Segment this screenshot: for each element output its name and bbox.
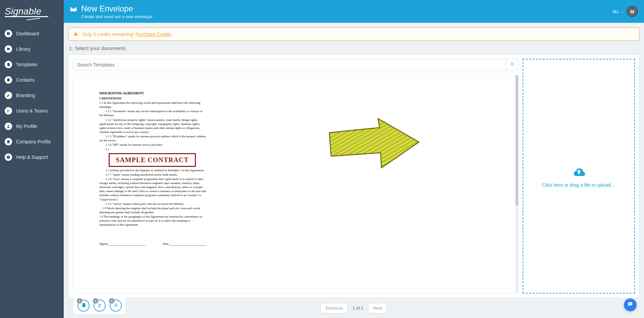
date-label: Date: [163, 242, 169, 245]
document-preview[interactable]: WEB HOSTING AGREEMENT 1 DEFINITIONS 1.1 …: [73, 75, 519, 293]
svg-point-10: [100, 304, 101, 305]
step-2[interactable]: 2: [94, 300, 106, 312]
svg-point-2: [8, 125, 9, 126]
brand-logo[interactable]: Signable: [0, 0, 64, 23]
sidebar-item-branding[interactable]: Branding: [0, 88, 64, 103]
nav-label: Contacts: [16, 77, 35, 83]
users-icon: [97, 303, 102, 309]
svg-point-9: [98, 304, 100, 305]
users-icon: [5, 107, 12, 115]
doc-heading: WEB HOSTING AGREEMENT: [99, 91, 206, 96]
doc-text: 1.1: [99, 147, 206, 151]
signed-label: Signed: [99, 242, 108, 245]
cloud-upload-icon: [572, 165, 586, 179]
sidebar-item-company-profile[interactable]: Company Profile: [0, 134, 64, 149]
pager: Previous 1 of 1 Next: [321, 303, 387, 313]
sidebar-nav: Dashboard Library Templates Contacts Bra…: [0, 23, 64, 168]
svg-point-5: [511, 63, 513, 65]
avatar[interactable]: M: [627, 6, 638, 17]
search-icon: [510, 62, 515, 67]
chat-fab[interactable]: [624, 299, 637, 311]
step-indicator: 1 2 3: [73, 298, 126, 315]
doc-text: 1.4 The headings of the paragraphs of th…: [99, 215, 206, 227]
svg-point-11: [629, 304, 630, 304]
chevron-down-icon: ⌄: [621, 10, 624, 13]
pencil-icon: [5, 92, 12, 99]
building-icon: [5, 138, 12, 145]
addressbook-icon: [5, 76, 12, 84]
user-initials: MJ: [613, 9, 619, 14]
svg-line-6: [513, 65, 514, 66]
step-3[interactable]: 3: [110, 300, 122, 312]
gauge-icon: [5, 30, 12, 37]
sidebar-item-help-support[interactable]: ? Help & Support: [0, 149, 64, 165]
page-title: New Envelope: [81, 4, 153, 13]
file-icon: [5, 61, 12, 68]
doc-text: 1.1 In this Agreement the following word…: [99, 101, 206, 109]
sidebar-item-users-teams[interactable]: Users & Teams: [0, 103, 64, 119]
svg-point-1: [9, 110, 10, 111]
nav-label: Help & Support: [16, 154, 48, 160]
doc-text: 1.1.3 "IP address" stands for internet p…: [99, 134, 206, 142]
document-icon: [81, 303, 86, 309]
user-icon: [5, 123, 12, 130]
sample-stamp: SAMPLE CONTRACT: [109, 153, 196, 167]
doc-text: 1.1.9 "visitor" means a third party who …: [99, 202, 206, 206]
step-1[interactable]: 1: [77, 300, 90, 312]
doc-section: 1 DEFINITIONS: [99, 96, 206, 100]
doc-text: 1.3 Words denoting the singular shall in…: [99, 206, 206, 214]
svg-point-12: [630, 304, 631, 304]
envelope-icon: [70, 5, 77, 14]
svg-point-13: [631, 304, 631, 304]
upload-dropzone[interactable]: Click here or drag a file to upload…: [523, 59, 635, 293]
sidebar-item-contacts[interactable]: Contacts: [0, 72, 64, 88]
doc-text: 1.1.8 "virus" means a computer programme…: [99, 177, 206, 201]
sidebar: Signable Dashboard Library Templates Con…: [0, 0, 64, 318]
doc-text: 1.1.7 "spam" means sending unsolicited a…: [99, 173, 206, 177]
sidebar-item-dashboard[interactable]: Dashboard: [0, 26, 64, 41]
purchase-credits-link[interactable]: Purchase Credits: [136, 32, 171, 37]
chat-icon: [627, 301, 633, 309]
sidebar-item-templates[interactable]: Templates: [0, 57, 64, 72]
nav-label: Templates: [16, 62, 38, 67]
doc-text: 1.1.2 "intellectual property rights" mea…: [99, 118, 206, 134]
user-menu[interactable]: MJ ⌄ M: [613, 6, 638, 17]
doc-text: 1.1 acilities provided by the Supplier a…: [99, 168, 206, 172]
folder-icon: [5, 45, 12, 53]
nav-label: Branding: [16, 93, 35, 98]
section-title: 1. Select your documents: [68, 45, 639, 51]
svg-point-0: [7, 110, 8, 111]
nav-label: My Profile: [16, 124, 37, 129]
dropzone-text: Click here or drag a file to upload…: [542, 182, 615, 188]
list-icon: [113, 303, 118, 309]
search-templates-input[interactable]: [73, 59, 506, 71]
doc-text: 1.1.4 "ISP" stands for internet service …: [99, 143, 206, 147]
warning-icon: [73, 31, 78, 37]
page-header: New Envelope Create and send out a new e…: [64, 0, 644, 23]
search-button[interactable]: [506, 59, 519, 71]
svg-text:?: ?: [8, 156, 9, 158]
nav-label: Users & Teams: [16, 108, 48, 113]
credits-alert: Only 3 credits remaining! Purchase Credi…: [68, 28, 639, 41]
previous-button[interactable]: Previous: [321, 303, 348, 313]
alert-text: Only 3 credits remaining!: [82, 32, 136, 37]
help-icon: ?: [5, 153, 12, 161]
sidebar-item-my-profile[interactable]: My Profile: [0, 119, 64, 134]
pager-info: 1 of 1: [353, 306, 364, 311]
next-button[interactable]: Next: [368, 303, 387, 313]
nav-label: Library: [16, 46, 31, 52]
nav-label: Company Profile: [16, 139, 51, 144]
sidebar-item-library[interactable]: Library: [0, 41, 64, 57]
nav-label: Dashboard: [16, 31, 39, 36]
scrollbar[interactable]: [516, 75, 518, 293]
page-subtitle: Create and send out a new envelope: [81, 14, 153, 19]
doc-text: 1.1.1 "downtime" means any service inter…: [99, 109, 206, 117]
